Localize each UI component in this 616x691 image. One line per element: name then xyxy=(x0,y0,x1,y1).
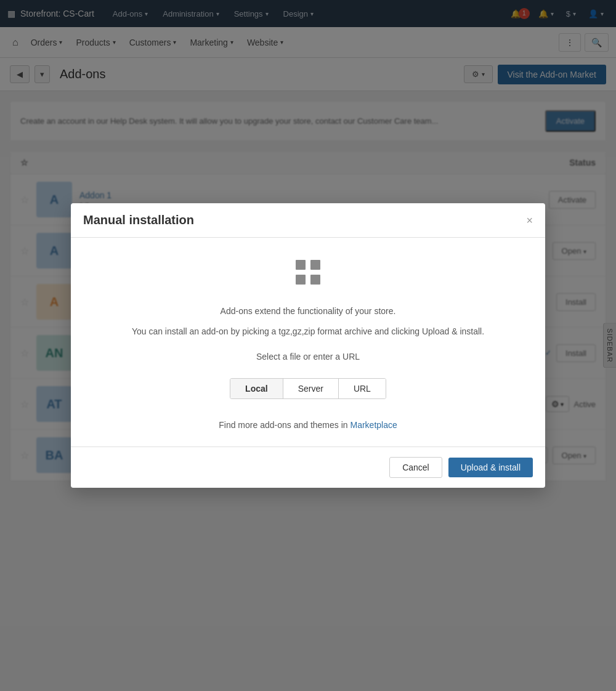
manual-installation-modal: Manual installation × Add-ons extend the… xyxy=(71,203,545,488)
svg-rect-1 xyxy=(310,260,320,270)
modal-body: Add-ons extend the functionality of your… xyxy=(71,238,545,447)
modal-header: Manual installation × xyxy=(71,203,545,238)
modal-close-button[interactable]: × xyxy=(526,215,533,226)
modal-overlay: Manual installation × Add-ons extend the… xyxy=(0,0,616,491)
url-source-button[interactable]: URL xyxy=(339,379,386,398)
marketplace-link[interactable]: Marketplace xyxy=(350,420,397,430)
svg-rect-0 xyxy=(296,260,306,270)
modal-footer: Cancel Upload & install xyxy=(71,447,545,488)
svg-rect-2 xyxy=(296,275,306,285)
local-source-button[interactable]: Local xyxy=(230,379,283,398)
modal-desc1: Add-ons extend the functionality of your… xyxy=(221,305,396,318)
svg-rect-5 xyxy=(299,270,317,275)
upload-install-button[interactable]: Upload & install xyxy=(448,458,533,477)
modal-select-label: Select a file or enter a URL xyxy=(256,350,360,363)
puzzle-icon xyxy=(293,257,323,293)
modal-desc2: You can install an add-on by picking a t… xyxy=(132,325,484,338)
server-source-button[interactable]: Server xyxy=(283,379,339,398)
cancel-button[interactable]: Cancel xyxy=(389,457,442,478)
file-source-group: Local Server URL xyxy=(230,378,386,399)
modal-title: Manual installation xyxy=(83,213,194,227)
marketplace-text: Find more add-ons and themes in Marketpl… xyxy=(219,419,397,432)
svg-rect-3 xyxy=(310,275,320,285)
